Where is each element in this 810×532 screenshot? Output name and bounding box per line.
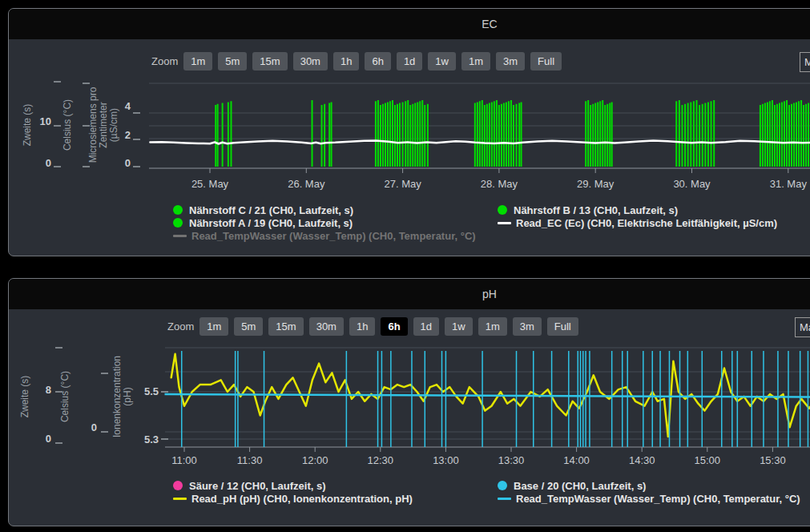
legend-line-marker xyxy=(173,498,187,500)
ec-zoom-button-1m-8[interactable]: 1m xyxy=(461,52,490,71)
svg-text:Zweite (s): Zweite (s) xyxy=(22,104,33,147)
ec-zoom-button-30m-3[interactable]: 30m xyxy=(293,52,328,71)
ph-zoom-button-1d-6[interactable]: 1d xyxy=(413,317,439,336)
svg-text:12:00: 12:00 xyxy=(302,454,328,466)
legend-item-1[interactable]: Nährstoff A / 19 (CH0, Laufzeit, s) xyxy=(173,216,476,229)
legend-column-0: Säure / 12 (CH0, Laufzeit, s)Read_pH (pH… xyxy=(173,479,413,505)
svg-text:0: 0 xyxy=(91,421,97,433)
legend-label: Nährstoff A / 19 (CH0, Laufzeit, s) xyxy=(189,217,353,229)
ph-zoom-label: Zoom xyxy=(167,320,194,332)
svg-text:Zentimeter: Zentimeter xyxy=(98,102,109,147)
ph-zoom-toolbar: Zoom 1m5m15m30m1h6h1d1w1m3mFull xyxy=(167,317,578,336)
svg-text:Ionenkonzentration: Ionenkonzentration xyxy=(111,356,123,437)
ph-zoom-button-1h-4[interactable]: 1h xyxy=(349,317,375,336)
legend-label: Nährstoff C / 21 (CH0, Laufzeit, s) xyxy=(189,204,353,216)
ec-zoom-button-5m-1[interactable]: 5m xyxy=(218,52,247,71)
ec-zoom-button-1h-4[interactable]: 1h xyxy=(333,52,359,71)
ph-zoom-button-15m-2[interactable]: 15m xyxy=(268,317,303,336)
ph-title: pH xyxy=(482,288,497,300)
x-axis-labels: 11:0011:3012:0012:3013:0013:3014:0014:30… xyxy=(171,447,785,466)
svg-text:27. May: 27. May xyxy=(384,178,421,190)
legend-line-marker xyxy=(498,222,511,224)
legend-item-3[interactable]: Nährstoff B / 13 (CH0, Laufzeit, s) xyxy=(498,204,777,216)
ec-title: EC xyxy=(482,18,497,30)
ec-zoom-button-full-10[interactable]: Full xyxy=(530,52,562,71)
svg-text:11:30: 11:30 xyxy=(237,454,263,466)
legend-item-0[interactable]: Säure / 12 (CH0, Laufzeit, s) xyxy=(173,479,413,492)
ec-zoom-button-1m-0[interactable]: 1m xyxy=(183,52,212,71)
svg-text:(pH): (pH) xyxy=(122,387,133,405)
legend-column-1: Base / 20 (CH0, Laufzeit, s)Read_TempWas… xyxy=(498,479,800,505)
svg-text:30. May: 30. May xyxy=(673,178,711,190)
legend-dot-marker xyxy=(173,205,183,215)
svg-text:(µS/cm): (µS/cm) xyxy=(108,108,119,142)
legend-dot-marker xyxy=(498,481,507,490)
ec-zoom-button-15m-2[interactable]: 15m xyxy=(252,52,287,71)
svg-text:15:30: 15:30 xyxy=(760,454,786,466)
water-temp-line-series xyxy=(165,394,810,397)
ph-zoom-button-5m-1[interactable]: 5m xyxy=(234,317,263,336)
ph-zoom-button-6h-5[interactable]: 6h xyxy=(381,317,407,336)
ph-zoom-button-1m-0[interactable]: 1m xyxy=(199,317,228,336)
legend-label: Base / 20 (CH0, Laufzeit, s) xyxy=(514,480,646,492)
legend-column-0: Nährstoff C / 21 (CH0, Laufzeit, s)Nährs… xyxy=(173,204,476,242)
svg-text:11:00: 11:00 xyxy=(171,454,197,466)
svg-text:12:30: 12:30 xyxy=(368,454,394,466)
legend-label: Read_TempWasser (Wasser_Temp) (CH0, Temp… xyxy=(516,493,800,505)
svg-text:Celsius (°C): Celsius (°C) xyxy=(62,99,73,151)
legend-item-2[interactable]: Read_TempWasser (Wasser_Temp) (CH0, Temp… xyxy=(173,229,476,242)
svg-text:25. May: 25. May xyxy=(191,178,229,190)
ec-chart-panel: 100420Zweite (s)Celsius (°C)Microsiemens… xyxy=(8,8,810,256)
legend-label: Read_TempWasser (Wasser_Temp) (CH0, Temp… xyxy=(191,230,476,242)
ec-zoom-toolbar: Zoom 1m5m15m30m1h6h1d1w1m3mFull xyxy=(151,52,562,71)
ec-zoom-button-3m-9[interactable]: 3m xyxy=(496,52,525,71)
svg-text:14:00: 14:00 xyxy=(563,454,590,466)
legend-label: Säure / 12 (CH0, Laufzeit, s) xyxy=(189,480,326,492)
ec-zoom-buttons: 1m5m15m30m1h6h1d1w1m3mFull xyxy=(183,52,562,71)
legend-label: Read_pH (pH) (CH0, Ionenkonzentration, p… xyxy=(191,493,413,505)
y-axis-titles: Zweite (s)Celsius (°C)Microsiemens proZe… xyxy=(22,87,119,163)
nutrient-dose-spikes xyxy=(216,100,810,167)
ph-zoom-button-1w-7[interactable]: 1w xyxy=(445,317,473,336)
ph-zoom-button-30m-3[interactable]: 30m xyxy=(309,317,344,336)
legend-label: Read_EC (Ec) (CH0, Elektrische Leitfähig… xyxy=(516,217,777,229)
svg-text:31. May: 31. May xyxy=(770,178,808,190)
legend-item-1[interactable]: Read_pH (pH) (CH0, Ionenkonzentration, p… xyxy=(173,492,413,505)
legend-item-0[interactable]: Nährstoff C / 21 (CH0, Laufzeit, s) xyxy=(173,204,476,216)
ph-title-bar: pH xyxy=(9,279,810,309)
ph-zoom-button-1m-8[interactable]: 1m xyxy=(478,317,507,336)
legend-item-4[interactable]: Read_EC (Ec) (CH0, Elektrische Leitfähig… xyxy=(498,216,777,229)
ec-zoom-button-1d-6[interactable]: 1d xyxy=(397,52,422,71)
svg-text:13:00: 13:00 xyxy=(433,454,459,466)
ph-chart-panel: 8005.55.3Zweite (s)Celsius (°C)Ionenkonz… xyxy=(8,278,810,526)
ph-zoom-button-full-10[interactable]: Full xyxy=(547,317,578,336)
ec-zoom-button-6h-5[interactable]: 6h xyxy=(365,52,390,71)
ec-zoom-label: Zoom xyxy=(151,55,178,67)
svg-text:Zweite (s): Zweite (s) xyxy=(19,376,30,418)
legend-line-marker xyxy=(498,498,511,500)
legend-item-2[interactable]: Base / 20 (CH0, Laufzeit, s) xyxy=(498,479,800,492)
ec-date-range-input[interactable] xyxy=(800,52,810,72)
legend-column-1: Nährstoff B / 13 (CH0, Laufzeit, s)Read_… xyxy=(498,204,777,229)
ph-zoom-button-3m-9[interactable]: 3m xyxy=(513,317,542,336)
ec-zoom-button-1w-7[interactable]: 1w xyxy=(428,52,456,71)
svg-text:5.3: 5.3 xyxy=(144,433,159,445)
svg-text:14:30: 14:30 xyxy=(629,454,655,466)
svg-text:2: 2 xyxy=(125,129,131,141)
legend-item-3[interactable]: Read_TempWasser (Wasser_Temp) (CH0, Temp… xyxy=(498,492,800,505)
legend-dot-marker xyxy=(173,218,183,228)
svg-text:0: 0 xyxy=(46,433,51,445)
svg-text:0: 0 xyxy=(125,157,131,169)
ph-date-range-input[interactable] xyxy=(795,317,810,337)
svg-text:Celsius (°C): Celsius (°C) xyxy=(59,371,71,422)
gridlines xyxy=(165,348,810,439)
svg-text:28. May: 28. May xyxy=(481,178,518,190)
legend-label: Nährstoff B / 13 (CH0, Laufzeit, s) xyxy=(514,204,678,216)
svg-text:10: 10 xyxy=(40,115,51,127)
svg-text:29. May: 29. May xyxy=(577,178,615,190)
svg-text:4: 4 xyxy=(125,100,131,112)
legend-dot-marker xyxy=(173,481,183,490)
svg-text:15:00: 15:00 xyxy=(695,454,721,466)
svg-text:13:30: 13:30 xyxy=(498,454,525,466)
legend-dot-marker xyxy=(498,205,507,215)
